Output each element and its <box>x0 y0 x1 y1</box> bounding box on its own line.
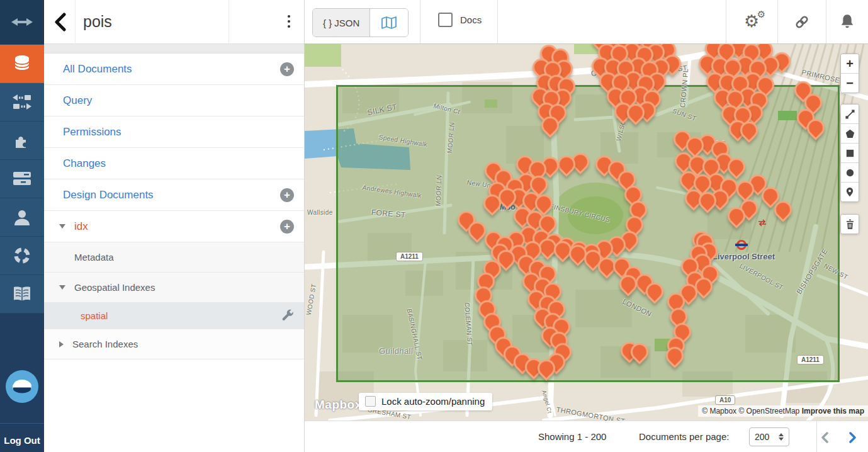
cloudant-logo-icon <box>6 370 38 403</box>
docs-checkbox-wrap[interactable]: Docs <box>438 13 482 27</box>
rail-item-replication[interactable] <box>0 83 44 121</box>
nav-item-query[interactable]: Query <box>44 85 304 116</box>
zoom-out-button[interactable]: − <box>841 74 859 93</box>
add-index-icon[interactable]: + <box>280 220 294 234</box>
delete-control <box>840 214 859 234</box>
user-icon <box>13 208 31 226</box>
nav-item-all-documents[interactable]: All Documents + <box>44 54 304 85</box>
toolbar-divider <box>497 0 498 43</box>
prev-page-button[interactable] <box>816 429 833 446</box>
lock-autozoom-checkbox[interactable] <box>365 396 376 407</box>
nav-item-changes[interactable]: Changes <box>44 148 304 179</box>
per-page-label: Documents per page: <box>639 431 729 442</box>
logout-button[interactable]: Log Out <box>0 435 44 446</box>
server-stack-icon <box>13 171 31 186</box>
chevron-left-icon <box>820 432 829 443</box>
app-icon-rail: Log Out <box>0 0 44 452</box>
underground-roundel-icon <box>736 240 747 250</box>
draw-polyline-button[interactable] <box>841 105 859 124</box>
main-toolbar: { } JSON Docs ⚙ ⚙ <box>305 0 868 44</box>
nav-item-spatial-index[interactable]: spatial <box>44 303 304 329</box>
database-header: pois <box>44 0 304 44</box>
link-icon <box>793 14 811 30</box>
add-design-doc-icon[interactable]: + <box>280 188 294 202</box>
street-label: Wallside <box>307 209 333 216</box>
chevron-right-icon <box>848 432 857 443</box>
replication-icon <box>12 94 32 110</box>
nav-item-permissions[interactable]: Permissions <box>44 116 304 148</box>
docs-checkbox[interactable] <box>438 13 453 27</box>
zoom-control: + − <box>840 54 859 93</box>
database-panel: pois All Documents + Query Permissions C… <box>44 0 305 452</box>
lock-autozoom-control[interactable]: Lock auto-zoom/panning <box>359 393 492 410</box>
nav-item-design-doc-idx[interactable]: idx + <box>44 211 304 242</box>
results-footer: Showing 1 - 200 Documents per page: 200 <box>305 421 868 452</box>
map-canvas[interactable]: CHISWELL STEARL STCROWN PLPRIMROSE STFIN… <box>305 44 868 421</box>
next-page-button[interactable] <box>845 429 861 446</box>
cloudant-logo[interactable] <box>6 370 38 403</box>
delete-shapes-button[interactable] <box>841 215 859 234</box>
draw-marker-button[interactable] <box>841 183 859 201</box>
settings-button[interactable]: ⚙ ⚙ <box>726 0 777 43</box>
nav-item-design-documents[interactable]: Design Documents + <box>44 179 304 211</box>
rail-item-infrastructure[interactable] <box>0 160 44 198</box>
nav-item-metadata[interactable]: Metadata <box>44 242 304 273</box>
road-shield: A1211 <box>797 355 824 364</box>
main-content: { } JSON Docs ⚙ ⚙ <box>305 0 868 452</box>
road-shield: A1211 <box>396 252 423 261</box>
select-arrows-icon <box>779 433 784 441</box>
overflow-menu-button[interactable] <box>284 14 294 29</box>
draw-toolbar <box>840 104 859 202</box>
draw-polygon-button[interactable] <box>841 124 859 144</box>
road-shield: A10 <box>715 395 735 405</box>
mapbox-wordmark[interactable]: Mapbox <box>315 398 362 412</box>
puzzle-icon <box>13 131 31 150</box>
chevron-expanded-icon[interactable] <box>59 285 65 290</box>
rail-item-databases[interactable] <box>0 45 44 83</box>
national-rail-icon <box>758 219 767 227</box>
sidebar-collapse-button[interactable] <box>0 0 44 45</box>
database-nav: All Documents + Query Permissions Change… <box>44 54 304 359</box>
view-toggle-group: { } JSON <box>312 8 409 37</box>
rail-divider <box>0 423 44 424</box>
rail-item-account[interactable] <box>0 198 44 237</box>
chevron-left-icon <box>53 13 67 31</box>
showing-count: Showing 1 - 200 <box>538 431 606 442</box>
map-attribution: © Mapbox © OpenStreetMap Improve this ma… <box>698 405 868 417</box>
cloudant-dashboard: Log Out pois All Documents + Query Perm <box>0 0 868 452</box>
back-button[interactable] <box>44 0 76 44</box>
toolbar-divider <box>420 0 420 43</box>
header-divider <box>228 0 229 44</box>
book-icon <box>13 286 31 302</box>
street-label: Liverpool Street <box>713 252 775 261</box>
street-label: MOOR LN <box>435 175 443 206</box>
nav-item-search-indexes[interactable]: Search Indexes <box>44 329 304 359</box>
map-view-toggle[interactable] <box>370 9 408 37</box>
bell-icon <box>839 13 855 31</box>
add-document-icon[interactable]: + <box>280 62 294 76</box>
street-label: Guildhall <box>379 346 413 356</box>
rail-item-documentation[interactable] <box>0 275 44 314</box>
nav-item-geospatial-indexes[interactable]: Geospatial Indexes <box>44 273 304 303</box>
json-view-toggle[interactable]: { } JSON <box>313 9 370 37</box>
map-icon <box>381 16 397 29</box>
permalink-button[interactable] <box>777 0 826 43</box>
lifebuoy-icon <box>13 247 31 264</box>
draw-rectangle-button[interactable] <box>841 144 859 163</box>
chevron-expanded-icon[interactable] <box>59 224 65 229</box>
draw-circle-button[interactable] <box>841 163 859 183</box>
database-icon <box>13 54 31 73</box>
gear-small-icon: ⚙ <box>757 9 765 19</box>
wrench-icon[interactable] <box>282 309 294 323</box>
rail-item-support[interactable] <box>0 237 44 275</box>
per-page-select[interactable]: 200 <box>749 427 789 446</box>
double-arrow-icon <box>11 17 33 27</box>
improve-map-link[interactable]: Improve this map <box>802 407 864 415</box>
chevron-collapsed-icon[interactable] <box>59 341 64 347</box>
database-title: pois <box>76 13 112 31</box>
zoom-in-button[interactable]: + <box>841 54 859 74</box>
notifications-button[interactable] <box>826 0 868 43</box>
rail-item-extensions[interactable] <box>0 121 44 160</box>
panel-top-strip <box>44 44 304 54</box>
